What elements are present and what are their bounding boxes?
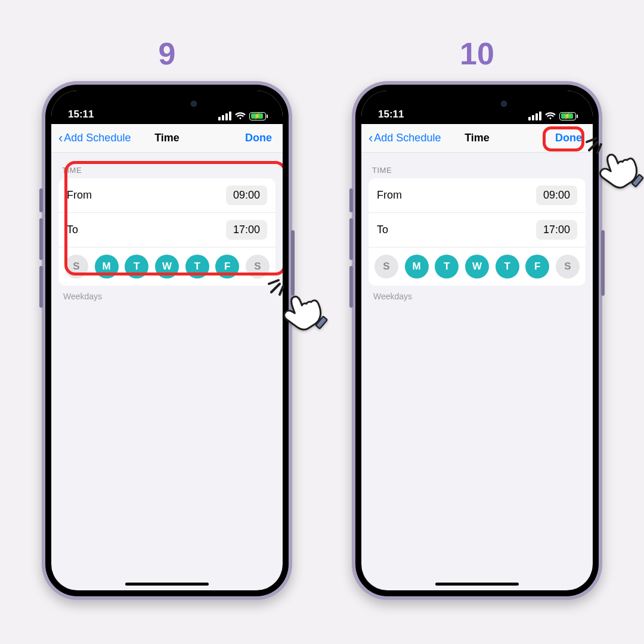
day-toggle-1[interactable]: M — [95, 255, 119, 278]
to-time[interactable]: 17:00 — [536, 220, 577, 240]
day-toggle-6[interactable]: S — [556, 255, 580, 278]
to-label: To — [377, 224, 388, 236]
from-time[interactable]: 09:00 — [226, 185, 267, 205]
day-toggle-4[interactable]: T — [496, 255, 519, 278]
done-button[interactable]: Done — [242, 129, 275, 147]
step-number: 10 — [460, 36, 494, 72]
volume-button — [349, 266, 353, 308]
done-button[interactable]: Done — [552, 129, 586, 147]
dynamic-island — [131, 94, 203, 113]
volume-button — [349, 218, 353, 260]
home-indicator[interactable] — [435, 583, 519, 586]
day-toggle-5[interactable]: F — [215, 255, 239, 278]
nav-bar: ‹ Add Schedule Time Done — [361, 124, 593, 153]
volume-button — [39, 266, 43, 308]
day-toggle-3[interactable]: W — [155, 255, 179, 278]
back-button[interactable]: ‹ Add Schedule — [58, 132, 131, 145]
from-row[interactable]: From 09:00 — [369, 178, 586, 212]
battery-icon: ⚡ — [249, 112, 266, 120]
page-title: Time — [465, 132, 490, 144]
day-toggle-2[interactable]: T — [435, 255, 459, 278]
chevron-left-icon: ‹ — [58, 132, 63, 145]
tap-hand-icon — [590, 138, 644, 192]
to-row[interactable]: To 17:00 — [58, 212, 275, 247]
time-card: From 09:00 To 17:00 SMTWTFS — [58, 178, 275, 286]
day-toggle-4[interactable]: T — [185, 255, 209, 278]
from-label: From — [377, 189, 402, 202]
to-time[interactable]: 17:00 — [226, 220, 267, 240]
home-indicator[interactable] — [125, 583, 209, 586]
day-toggle-5[interactable]: F — [525, 255, 549, 278]
day-toggle-3[interactable]: W — [465, 255, 489, 278]
days-summary: Weekdays — [63, 292, 271, 301]
to-row[interactable]: To 17:00 — [369, 212, 586, 247]
step-9: 9 15:11 ⚡ — [30, 36, 304, 620]
nav-bar: ‹ Add Schedule Time Done — [51, 124, 283, 153]
volume-button — [39, 218, 43, 260]
signal-icon — [218, 112, 231, 120]
from-time[interactable]: 09:00 — [536, 185, 577, 205]
from-label: From — [67, 189, 92, 202]
back-label: Add Schedule — [374, 132, 441, 144]
volume-button — [39, 188, 43, 212]
volume-button — [349, 188, 353, 212]
wifi-icon — [545, 112, 556, 120]
status-time: 15:11 — [68, 109, 94, 120]
days-row: SMTWTFS — [58, 247, 275, 286]
section-header: TIME — [62, 166, 272, 175]
status-time: 15:11 — [378, 109, 404, 120]
from-row[interactable]: From 09:00 — [58, 178, 275, 212]
step-number: 9 — [159, 36, 176, 72]
day-toggle-0[interactable]: S — [374, 255, 398, 278]
days-summary: Weekdays — [373, 292, 581, 301]
power-button — [601, 230, 605, 296]
day-toggle-1[interactable]: M — [405, 255, 429, 278]
day-toggle-0[interactable]: S — [64, 255, 88, 278]
back-label: Add Schedule — [64, 132, 131, 144]
back-button[interactable]: ‹ Add Schedule — [369, 132, 441, 145]
phone-frame: 15:11 ⚡ ‹ Add Schedule Time Do — [352, 81, 602, 600]
day-toggle-2[interactable]: T — [125, 255, 148, 278]
to-label: To — [67, 224, 78, 236]
tap-hand-icon — [274, 280, 328, 334]
dynamic-island — [441, 94, 513, 113]
page-title: Time — [154, 132, 179, 144]
signal-icon — [528, 112, 541, 120]
step-10: 10 15:11 ⚡ — [340, 36, 614, 620]
battery-icon: ⚡ — [559, 112, 576, 120]
time-card: From 09:00 To 17:00 SMTWTFS — [369, 178, 586, 286]
chevron-left-icon: ‹ — [369, 132, 373, 145]
days-row: SMTWTFS — [369, 247, 586, 286]
section-header: TIME — [372, 166, 582, 175]
phone-frame: 15:11 ⚡ ‹ Add Schedule Time Do — [42, 81, 292, 600]
wifi-icon — [235, 112, 246, 120]
